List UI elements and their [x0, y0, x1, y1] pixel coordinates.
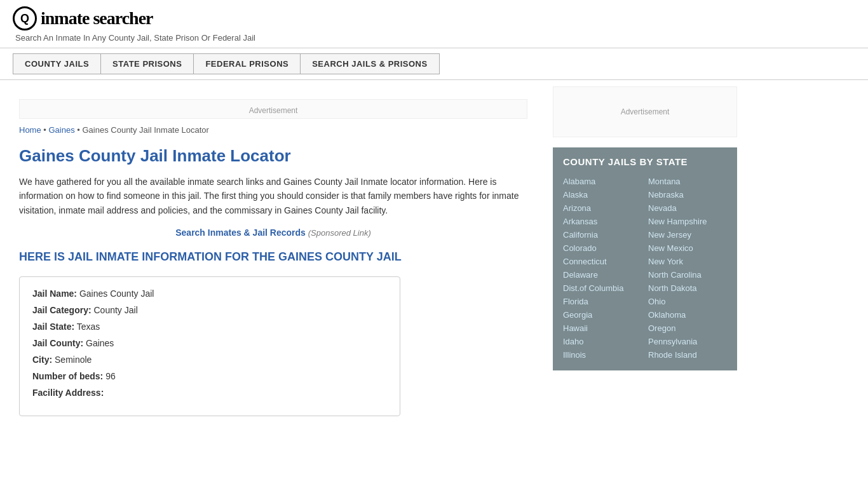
- nav-federal-prisons[interactable]: FEDERAL PRISONS: [193, 53, 300, 74]
- jail-state-row: Jail State: Texas: [32, 322, 387, 332]
- state-link[interactable]: Alaska: [563, 188, 642, 201]
- state-box-title: COUNTY JAILS BY STATE: [563, 156, 727, 167]
- state-link[interactable]: New Hampshire: [648, 215, 727, 228]
- jail-beds-val: 96: [105, 371, 116, 381]
- jail-county-val: Gaines: [86, 338, 114, 348]
- state-link[interactable]: Nebraska: [648, 188, 727, 201]
- breadcrumb-home[interactable]: Home: [19, 125, 41, 135]
- state-link[interactable]: Rhode Island: [648, 348, 727, 362]
- jail-city-label: City:: [32, 355, 52, 365]
- page-description: We have gathered for you all the availab…: [19, 175, 527, 217]
- jail-city-val: Seminole: [55, 355, 92, 365]
- jail-name-label: Jail Name:: [32, 288, 77, 299]
- page-title: Gaines County Jail Inmate Locator: [19, 146, 527, 166]
- state-link[interactable]: California: [563, 228, 642, 241]
- sponsored-link[interactable]: Search Inmates & Jail Records: [175, 227, 306, 238]
- state-col1: AlabamaAlaskaArizonaArkansasCaliforniaCo…: [563, 175, 642, 362]
- breadcrumb-current: Gaines County Jail Inmate Locator: [82, 125, 208, 135]
- state-link[interactable]: Arizona: [563, 201, 642, 215]
- state-box: COUNTY JAILS BY STATE AlabamaAlaskaArizo…: [553, 147, 737, 370]
- state-link[interactable]: Pennsylvania: [648, 335, 727, 348]
- logo-text: inmate searcher: [41, 8, 153, 29]
- jail-beds-label: Number of beds:: [32, 371, 103, 381]
- jail-info-box: Jail Name: Gaines County Jail Jail Categ…: [19, 276, 400, 416]
- state-link[interactable]: Florida: [563, 295, 642, 308]
- logo-icon: Q: [13, 6, 37, 30]
- nav-county-jails[interactable]: COUNTY JAILS: [13, 53, 100, 74]
- sponsored-link-area: Search Inmates & Jail Records (Sponsored…: [19, 227, 527, 238]
- logo-area: Q inmate searcher: [13, 6, 855, 30]
- state-link[interactable]: North Dakota: [648, 281, 727, 295]
- breadcrumb-parent[interactable]: Gaines: [48, 125, 74, 135]
- jail-category-row: Jail Category: County Jail: [32, 305, 387, 315]
- state-link[interactable]: Alabama: [563, 175, 642, 188]
- jail-county-row: Jail County: Gaines: [32, 338, 387, 348]
- sponsored-label-text: (Sponsored Link): [308, 228, 371, 238]
- ad-banner: Advertisement: [19, 99, 527, 119]
- state-link[interactable]: Colorado: [563, 241, 642, 255]
- state-link[interactable]: Oklahoma: [648, 308, 727, 322]
- jail-category-val: County Jail: [93, 305, 137, 315]
- state-link[interactable]: Nevada: [648, 201, 727, 215]
- state-col2: MontanaNebraskaNevadaNew HampshireNew Je…: [648, 175, 727, 362]
- content-wrapper: Advertisement Home • Gaines • Gaines Cou…: [0, 80, 868, 429]
- state-link[interactable]: Delaware: [563, 268, 642, 281]
- nav-search-jails[interactable]: SEARCH JAILS & PRISONS: [300, 53, 439, 74]
- logo-q-letter: Q: [20, 12, 29, 25]
- tagline: Search An Inmate In Any County Jail, Sta…: [15, 33, 855, 43]
- nav-bar: COUNTY JAILS STATE PRISONS FEDERAL PRISO…: [0, 48, 868, 80]
- jail-address-label: Facility Address:: [32, 388, 104, 398]
- state-link[interactable]: Oregon: [648, 322, 727, 335]
- state-link[interactable]: Montana: [648, 175, 727, 188]
- state-link[interactable]: New York: [648, 255, 727, 268]
- main-content: Advertisement Home • Gaines • Gaines Cou…: [0, 80, 546, 429]
- jail-county-label: Jail County:: [32, 338, 83, 348]
- state-link[interactable]: Hawaii: [563, 322, 642, 335]
- state-link[interactable]: North Carolina: [648, 268, 727, 281]
- state-grid: AlabamaAlaskaArizonaArkansasCaliforniaCo…: [563, 175, 727, 362]
- header: Q inmate searcher Search An Inmate In An…: [0, 0, 868, 48]
- jail-address-row: Facility Address:: [32, 388, 387, 398]
- sidebar-ad: Advertisement: [553, 86, 737, 137]
- state-link[interactable]: Arkansas: [563, 215, 642, 228]
- state-link[interactable]: Idaho: [563, 335, 642, 348]
- jail-name-val: Gaines County Jail: [79, 288, 154, 299]
- breadcrumb: Home • Gaines • Gaines County Jail Inmat…: [19, 125, 527, 135]
- state-link[interactable]: Illinois: [563, 348, 642, 362]
- state-link[interactable]: Dist.of Columbia: [563, 281, 642, 295]
- jail-city-row: City: Seminole: [32, 355, 387, 365]
- jail-state-val: Texas: [77, 322, 100, 332]
- jail-state-label: Jail State:: [32, 322, 74, 332]
- state-link[interactable]: Ohio: [648, 295, 727, 308]
- nav-state-prisons[interactable]: STATE PRISONS: [100, 53, 193, 74]
- state-link[interactable]: New Jersey: [648, 228, 727, 241]
- state-link[interactable]: New Mexico: [648, 241, 727, 255]
- jail-name-row: Jail Name: Gaines County Jail: [32, 288, 387, 299]
- section-heading: HERE IS JAIL INMATE INFORMATION FOR THE …: [19, 250, 527, 264]
- state-link[interactable]: Connecticut: [563, 255, 642, 268]
- jail-beds-row: Number of beds: 96: [32, 371, 387, 381]
- sidebar: Advertisement COUNTY JAILS BY STATE Alab…: [546, 80, 750, 429]
- state-link[interactable]: Georgia: [563, 308, 642, 322]
- jail-category-label: Jail Category:: [32, 305, 92, 315]
